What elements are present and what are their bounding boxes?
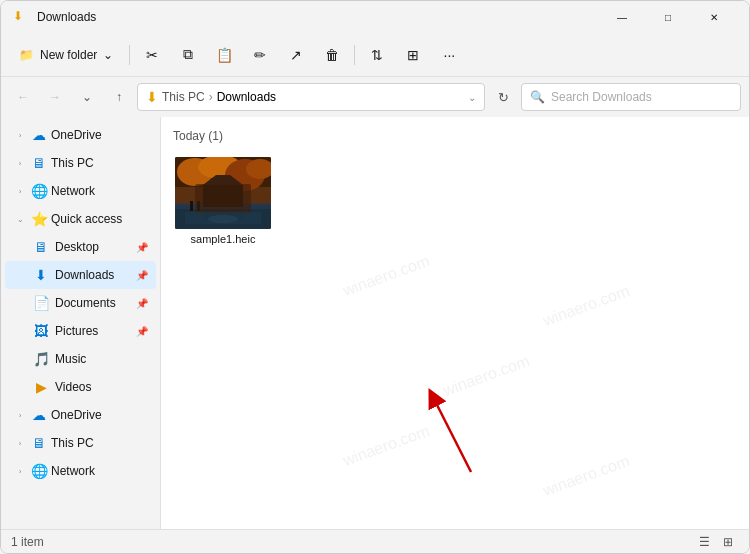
file-area: Today (1) [161, 117, 749, 259]
item-count: 1 item [11, 535, 44, 549]
toolbar-share-button[interactable]: ↗ [280, 39, 312, 71]
folder-icon: 📁 [19, 48, 34, 62]
toolbar-more-button[interactable]: ··· [433, 39, 465, 71]
sidebar-item-onedrive-top[interactable]: › ☁ OneDrive [5, 121, 156, 149]
pictures-icon: 🖼 [33, 323, 49, 339]
documents-icon: 📄 [33, 295, 49, 311]
thumbnail-svg [175, 157, 271, 229]
files-grid: sample1.heic [173, 151, 737, 251]
toolbar: 📁 New folder ⌄ ✂ ⧉ 📋 ✏ ↗ 🗑 ⇅ ⊞ ··· [1, 33, 749, 77]
thispc-icon: 🖥 [31, 155, 47, 171]
quickaccess-icon: ⭐ [31, 211, 47, 227]
up-button[interactable]: ↑ [105, 83, 133, 111]
minimize-button[interactable]: — [599, 1, 645, 33]
sidebar-item-thispc-top[interactable]: › 🖥 This PC [5, 149, 156, 177]
path-part-downloads: Downloads [217, 90, 276, 104]
title-bar: ⬇ Downloads — □ ✕ [1, 1, 749, 33]
path-chevron: ⌄ [468, 92, 476, 103]
search-icon: 🔍 [530, 90, 545, 104]
sidebar-item-videos[interactable]: ▶ Videos [5, 373, 156, 401]
watermark-1: winaero.com [341, 252, 432, 259]
sidebar-item-documents[interactable]: 📄 Documents 📌 [5, 289, 156, 317]
path-separator: › [209, 90, 213, 104]
onedrive-icon: ☁ [31, 127, 47, 143]
toolbar-separator-2 [354, 45, 355, 65]
sidebar-item-network-bottom[interactable]: › 🌐 Network [5, 457, 156, 485]
sidebar-item-onedrive-bottom[interactable]: › ☁ OneDrive [5, 401, 156, 429]
downloads-icon: ⬇ [33, 267, 49, 283]
title-bar-controls: — □ ✕ [599, 1, 737, 33]
toolbar-view-button[interactable]: ⊞ [397, 39, 429, 71]
title-bar-title: Downloads [37, 10, 599, 24]
file-item[interactable]: sample1.heic [173, 151, 273, 251]
forward-button[interactable]: → [41, 83, 69, 111]
svg-rect-10 [190, 201, 193, 211]
sidebar: › ☁ OneDrive › 🖥 This PC › 🌐 Network ⌄ ⭐… [1, 117, 161, 529]
sidebar-item-desktop[interactable]: 🖥 Desktop 📌 [5, 233, 156, 261]
thispc-icon-b: 🖥 [31, 435, 47, 451]
expand-icon: › [13, 184, 27, 198]
file-thumbnail [175, 157, 271, 229]
expand-icon: › [13, 128, 27, 142]
sidebar-item-pictures[interactable]: 🖼 Pictures 📌 [5, 317, 156, 345]
network-icon: 🌐 [31, 183, 47, 199]
network-icon-b: 🌐 [31, 463, 47, 479]
list-view-button[interactable]: ☰ [693, 532, 715, 552]
pin-icon: 📌 [136, 270, 148, 281]
status-view-buttons: ☰ ⊞ [693, 532, 739, 552]
content-area: › ☁ OneDrive › 🖥 This PC › 🌐 Network ⌄ ⭐… [1, 117, 749, 529]
new-folder-chevron: ⌄ [103, 48, 113, 62]
svg-rect-7 [175, 203, 271, 209]
file-area-wrapper: Today (1) [161, 117, 749, 529]
search-placeholder: Search Downloads [551, 90, 652, 104]
path-part-thispc: This PC [162, 90, 205, 104]
expand-icon: › [13, 436, 27, 450]
pin-icon: 📌 [136, 298, 148, 309]
svg-rect-11 [197, 201, 200, 211]
toolbar-paste-button[interactable]: 📋 [208, 39, 240, 71]
back-button[interactable]: ← [9, 83, 37, 111]
address-path[interactable]: ⬇ This PC › Downloads ⌄ [137, 83, 485, 111]
svg-rect-8 [203, 185, 243, 207]
toolbar-rename-button[interactable]: ✏ [244, 39, 276, 71]
title-bar-icon: ⬇ [13, 9, 29, 25]
file-name: sample1.heic [191, 233, 256, 245]
toolbar-delete-button[interactable]: 🗑 [316, 39, 348, 71]
expand-icon: › [13, 464, 27, 478]
pin-icon: 📌 [136, 242, 148, 253]
svg-rect-12 [203, 209, 243, 221]
videos-icon: ▶ [33, 379, 49, 395]
window: ⬇ Downloads — □ ✕ 📁 New folder ⌄ ✂ ⧉ 📋 ✏… [0, 0, 750, 554]
expand-icon: ⌄ [13, 212, 27, 226]
onedrive-icon-b: ☁ [31, 407, 47, 423]
new-folder-label: New folder [40, 48, 97, 62]
recent-button[interactable]: ⌄ [73, 83, 101, 111]
sidebar-item-quickaccess[interactable]: ⌄ ⭐ Quick access [5, 205, 156, 233]
photo-preview [175, 157, 271, 229]
desktop-icon: 🖥 [33, 239, 49, 255]
maximize-button[interactable]: □ [645, 1, 691, 33]
status-bar: 1 item ☰ ⊞ [1, 529, 749, 553]
toolbar-cut-button[interactable]: ✂ [136, 39, 168, 71]
music-icon: 🎵 [33, 351, 49, 367]
group-header: Today (1) [173, 125, 737, 151]
expand-icon: › [13, 156, 27, 170]
close-button[interactable]: ✕ [691, 1, 737, 33]
new-folder-button[interactable]: 📁 New folder ⌄ [9, 39, 123, 71]
expand-icon: › [13, 408, 27, 422]
search-box[interactable]: 🔍 Search Downloads [521, 83, 741, 111]
refresh-button[interactable]: ↻ [489, 83, 517, 111]
toolbar-separator-1 [129, 45, 130, 65]
path-icon: ⬇ [146, 89, 158, 105]
sidebar-item-thispc-bottom[interactable]: › 🖥 This PC [5, 429, 156, 457]
toolbar-copy-button[interactable]: ⧉ [172, 39, 204, 71]
toolbar-sort-button[interactable]: ⇅ [361, 39, 393, 71]
address-bar: ← → ⌄ ↑ ⬇ This PC › Downloads ⌄ ↻ 🔍 Sear… [1, 77, 749, 117]
sidebar-item-downloads[interactable]: ⬇ Downloads 📌 [5, 261, 156, 289]
grid-view-button[interactable]: ⊞ [717, 532, 739, 552]
sidebar-item-network-top[interactable]: › 🌐 Network [5, 177, 156, 205]
svg-point-13 [208, 215, 238, 223]
pin-icon: 📌 [136, 326, 148, 337]
sidebar-item-music[interactable]: 🎵 Music [5, 345, 156, 373]
